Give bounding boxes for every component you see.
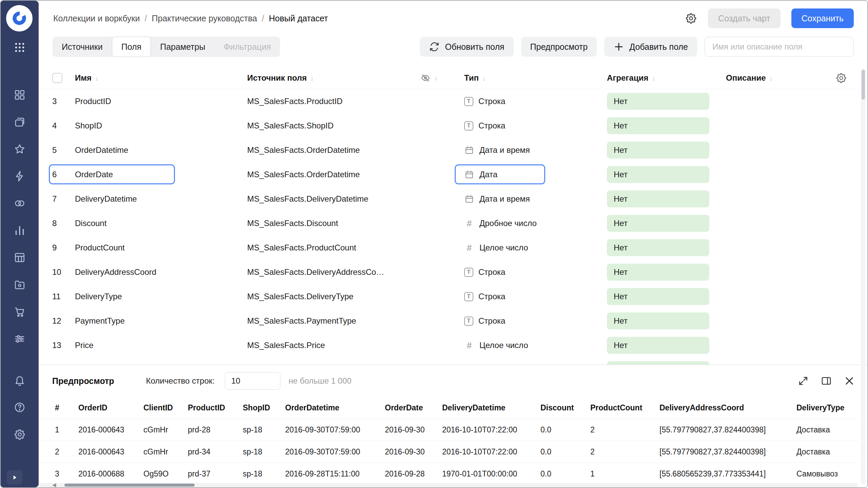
- field-row[interactable]: 8 Discount MS_SalesFacts.Discount # Дроб…: [39, 211, 859, 236]
- sort-arrow-icon[interactable]: ↓: [310, 74, 314, 82]
- select-all-checkbox[interactable]: [52, 73, 62, 83]
- field-row[interactable]: 4 ShopID MS_SalesFacts.ShopID T Строка Н…: [39, 114, 859, 138]
- field-type-cell[interactable]: Дата и время: [464, 145, 607, 155]
- field-name[interactable]: ProductCount: [75, 243, 247, 252]
- breadcrumb-workbook[interactable]: Практические руководства: [152, 14, 257, 23]
- field-row[interactable]: 12 PaymentType MS_SalesFacts.PaymentType…: [39, 309, 859, 333]
- aggregation-badge[interactable]: Нет: [607, 142, 709, 159]
- nav-editor-icon[interactable]: [1, 163, 39, 190]
- field-row[interactable]: 6 OrderDate MS_SalesFacts.OrderDatetime …: [39, 162, 859, 187]
- field-name[interactable]: OrderDatetime: [75, 145, 247, 155]
- sort-arrow-icon[interactable]: ↓: [434, 74, 438, 82]
- field-type-cell[interactable]: T Строка: [464, 292, 607, 301]
- aggregation-badge[interactable]: Нет: [607, 93, 709, 110]
- field-source[interactable]: MS_SalesFacts.DeliveryDatetime: [247, 194, 420, 204]
- preview-toggle-button[interactable]: Предпросмотр: [521, 37, 597, 57]
- nav-collections-icon[interactable]: [1, 108, 39, 136]
- field-type-cell[interactable]: T Строка: [464, 97, 607, 106]
- aggregation-badge[interactable]: Нет: [607, 117, 709, 134]
- aggregation-badge[interactable]: Нет: [607, 288, 709, 305]
- aggregation-badge[interactable]: Нет: [607, 264, 709, 281]
- field-source[interactable]: MS_SalesFacts.ShopID: [247, 121, 420, 130]
- field-name[interactable]: DeliveryAddressCoord: [75, 267, 247, 277]
- col-header-source[interactable]: Источник поля: [247, 73, 307, 82]
- field-name[interactable]: PaymentType: [75, 316, 247, 326]
- field-row[interactable]: 11 DeliveryType MS_SalesFacts.DeliveryTy…: [39, 284, 859, 309]
- nav-services-icon[interactable]: [1, 325, 39, 352]
- sort-arrow-icon[interactable]: ↓: [769, 74, 773, 82]
- add-field-button[interactable]: Добавить поле: [604, 37, 697, 57]
- field-source[interactable]: MS_SalesFacts.Price: [247, 341, 420, 350]
- row-count-input[interactable]: [225, 372, 280, 390]
- field-search-input[interactable]: [705, 37, 854, 57]
- field-source[interactable]: MS_SalesFacts.DeliveryAddressCo…: [247, 267, 420, 277]
- sidebar-expand-button[interactable]: [7, 470, 22, 485]
- nav-favorites-icon[interactable]: [1, 136, 39, 163]
- field-name[interactable]: DeliveryDatetime: [75, 194, 247, 204]
- field-name[interactable]: Discount: [75, 219, 247, 228]
- field-row[interactable]: 5 OrderDatetime MS_SalesFacts.OrderDatet…: [39, 138, 859, 162]
- field-row[interactable]: 13 Price MS_SalesFacts.Price # Целое чис…: [39, 333, 859, 358]
- sort-arrow-icon[interactable]: ↓: [652, 74, 655, 82]
- dataset-settings-gear-icon[interactable]: [685, 12, 697, 24]
- aggregation-badge[interactable]: Нет: [607, 312, 709, 329]
- col-header-description[interactable]: Описание: [726, 73, 766, 82]
- col-header-type[interactable]: Тип: [464, 73, 479, 82]
- nav-tables-icon[interactable]: [1, 244, 39, 271]
- nav-charts-icon[interactable]: [1, 217, 39, 244]
- field-source[interactable]: MS_SalesFacts.OrderDatetime: [247, 145, 420, 155]
- table-settings-gear-icon[interactable]: [835, 72, 847, 84]
- tab-fields[interactable]: Поля: [112, 37, 151, 57]
- field-type-cell[interactable]: T Строка: [464, 267, 607, 277]
- create-chart-button[interactable]: Создать чарт: [708, 8, 781, 28]
- field-type-cell[interactable]: Дата: [464, 169, 607, 180]
- tab-sources[interactable]: Источники: [53, 37, 112, 57]
- field-name[interactable]: ProductID: [75, 97, 247, 106]
- field-name[interactable]: ShopID: [75, 121, 247, 130]
- sidebar-notifications-icon[interactable]: [1, 367, 39, 394]
- field-type-cell[interactable]: # Целое число: [464, 340, 607, 350]
- col-header-name[interactable]: Имя: [75, 73, 92, 82]
- nav-dashboards-icon[interactable]: [1, 81, 39, 108]
- aggregation-badge[interactable]: Нет: [607, 190, 709, 207]
- expand-preview-icon[interactable]: [797, 375, 809, 387]
- field-row[interactable]: 7 DeliveryDatetime MS_SalesFacts.Deliver…: [39, 187, 859, 211]
- field-row[interactable]: 3 ProductID MS_SalesFacts.ProductID T Ст…: [39, 89, 859, 114]
- save-button[interactable]: Сохранить: [791, 8, 854, 28]
- field-source[interactable]: MS_SalesFacts.ProductCount: [247, 243, 420, 252]
- field-source[interactable]: MS_SalesFacts.DeliveryType: [247, 292, 420, 301]
- dock-preview-icon[interactable]: [821, 375, 832, 387]
- nav-files-icon[interactable]: [1, 271, 39, 298]
- field-name[interactable]: OrderDate: [75, 170, 247, 179]
- field-row[interactable]: 9 ProductCount MS_SalesFacts.ProductCoun…: [39, 236, 859, 260]
- col-header-aggregation[interactable]: Агрегация: [607, 73, 648, 82]
- refresh-fields-button[interactable]: Обновить поля: [420, 37, 513, 57]
- nav-rings-icon[interactable]: [1, 190, 39, 217]
- field-row[interactable]: 10 DeliveryAddressCoord MS_SalesFacts.De…: [39, 260, 859, 284]
- tab-filtering[interactable]: Фильтрация: [214, 37, 280, 57]
- aggregation-badge[interactable]: Нет: [607, 239, 709, 256]
- aggregation-badge[interactable]: Нет: [607, 337, 709, 354]
- nav-marketplace-icon[interactable]: [1, 298, 39, 325]
- datalens-logo-icon[interactable]: [6, 5, 33, 32]
- field-type-cell[interactable]: Дата и время: [464, 194, 607, 204]
- aggregation-badge[interactable]: Нет: [607, 215, 709, 232]
- field-name[interactable]: DeliveryType: [75, 292, 247, 301]
- field-type-cell[interactable]: # Целое число: [464, 243, 607, 253]
- sort-arrow-icon[interactable]: ↓: [95, 74, 99, 82]
- sidebar-help-icon[interactable]: [1, 394, 39, 421]
- field-type-cell[interactable]: # Дробное число: [464, 218, 607, 228]
- sidebar-settings-icon[interactable]: [1, 421, 39, 448]
- field-name[interactable]: Price: [75, 341, 247, 350]
- hidden-eye-off-icon[interactable]: [420, 73, 431, 83]
- field-type-cell[interactable]: T Строка: [464, 316, 607, 326]
- tab-parameters[interactable]: Параметры: [151, 37, 214, 57]
- sort-arrow-icon[interactable]: ↓: [482, 74, 486, 82]
- scroll-left-arrow-icon[interactable]: ◀: [52, 482, 56, 488]
- close-preview-icon[interactable]: [844, 375, 855, 387]
- vertical-scrollbar[interactable]: [861, 68, 866, 485]
- field-source[interactable]: MS_SalesFacts.PaymentType: [247, 316, 420, 326]
- horizontal-scrollbar[interactable]: ◀: [39, 483, 859, 487]
- horizontal-scrollbar-thumb[interactable]: [64, 484, 195, 487]
- field-source[interactable]: MS_SalesFacts.ProductID: [247, 97, 420, 106]
